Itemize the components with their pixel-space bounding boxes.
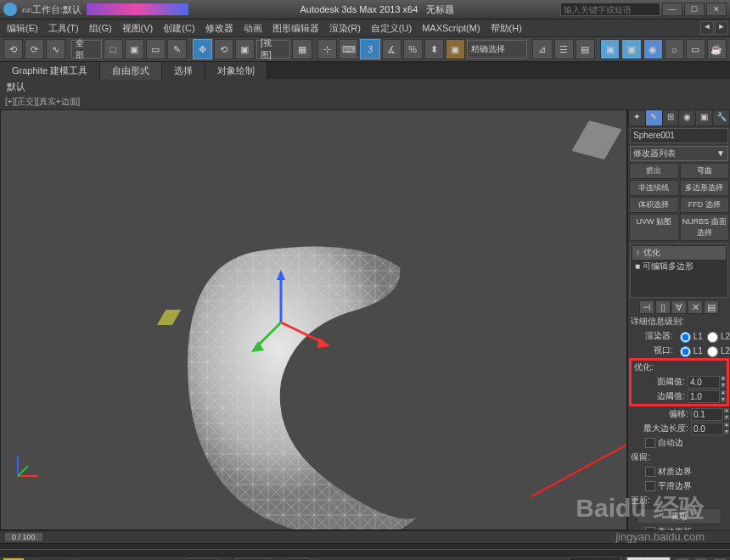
- bias-input[interactable]: 0.1: [691, 408, 723, 421]
- maximize-button[interactable]: ☐: [684, 3, 705, 16]
- selection-filter-dropdown[interactable]: 全部: [71, 40, 102, 59]
- track-bar[interactable]: [0, 543, 730, 556]
- mod-btn[interactable]: FFD 选择: [680, 197, 730, 213]
- mod-btn[interactable]: 非连续线: [629, 180, 679, 196]
- face-spinner[interactable]: ▲▼: [720, 375, 727, 389]
- bias-spinner[interactable]: ▲▼: [723, 407, 730, 421]
- config-icon[interactable]: ▤: [704, 300, 719, 314]
- snap-toggle[interactable]: 3: [360, 39, 379, 59]
- workspace-dropdown[interactable]: 默认: [63, 3, 81, 16]
- close-button[interactable]: ✕: [706, 3, 727, 16]
- menu-maxscript[interactable]: MAXScript(M): [417, 23, 485, 33]
- tab-freeform[interactable]: 自由形式: [100, 62, 162, 80]
- viewport-label[interactable]: [+][正交][真实+边面]: [0, 94, 730, 109]
- unique-icon[interactable]: ∀: [671, 300, 687, 314]
- maxedge-spinner[interactable]: ▲▼: [723, 422, 730, 435]
- view-l2-radio[interactable]: [707, 346, 718, 357]
- viewport[interactable]: [0, 109, 627, 530]
- mod-btn[interactable]: NURBS 曲面选择: [680, 214, 730, 241]
- preserve-head: 保留:: [628, 451, 730, 464]
- view-l1-radio[interactable]: [680, 346, 691, 357]
- pivot-icon[interactable]: ▦: [292, 39, 312, 59]
- mod-btn[interactable]: 体积选择: [629, 197, 679, 213]
- render-l2-radio[interactable]: [707, 332, 718, 343]
- minimize-button[interactable]: —: [662, 3, 682, 16]
- mod-btn[interactable]: 挤出: [629, 163, 679, 179]
- utilities-tab-icon[interactable]: 🔧: [713, 110, 729, 126]
- menu-modifiers[interactable]: 修改器: [200, 22, 239, 35]
- modifier-list-dropdown[interactable]: 修改器列表▼: [630, 146, 728, 161]
- time-slider[interactable]: 0 / 100: [0, 530, 730, 543]
- menu-group[interactable]: 组(G): [84, 22, 117, 35]
- select-name-icon[interactable]: ▣: [125, 39, 144, 59]
- remove-mod-icon[interactable]: ✕: [688, 300, 703, 314]
- selection-filter[interactable]: 选定对象: [626, 557, 671, 560]
- create-tab-icon[interactable]: ✦: [629, 110, 645, 126]
- align-icon[interactable]: ☰: [554, 39, 574, 59]
- render-l1-radio[interactable]: [680, 332, 691, 343]
- edge-threshold-input[interactable]: 1.0: [688, 390, 720, 403]
- menu-graph[interactable]: 图形编辑器: [267, 22, 324, 35]
- autokey-toggle[interactable]: 自动关键点: [569, 557, 621, 560]
- modify-tab-icon[interactable]: ✎: [646, 110, 662, 126]
- modifier-stack[interactable]: ♀ 优化 ■ 可编辑多边形: [630, 244, 728, 298]
- mirror-icon[interactable]: ⊿: [532, 39, 552, 59]
- display-tab-icon[interactable]: ▣: [696, 110, 712, 126]
- keyboard-icon[interactable]: ⌨: [339, 39, 358, 59]
- manual-update-checkbox[interactable]: [645, 527, 655, 530]
- tab-selection[interactable]: 选择: [162, 62, 205, 80]
- mod-btn[interactable]: 弯曲: [680, 163, 730, 179]
- curve-editor-icon[interactable]: ▣: [600, 39, 620, 59]
- bind-icon[interactable]: ∿: [46, 39, 65, 59]
- maxedge-input[interactable]: 0.0: [691, 423, 723, 435]
- unlink-icon[interactable]: ⟳: [25, 39, 44, 59]
- help-search-input[interactable]: [560, 3, 660, 16]
- tab-graphite[interactable]: Graphite 建模工具: [0, 62, 100, 80]
- move-tool[interactable]: ✥: [193, 39, 212, 59]
- menu-render[interactable]: 渲染(R): [324, 22, 366, 35]
- link-icon[interactable]: ⟲: [3, 39, 23, 59]
- render-frame-icon[interactable]: ▭: [686, 39, 705, 59]
- menu-tools[interactable]: 工具(T): [43, 22, 84, 35]
- layer-icon[interactable]: ▤: [576, 39, 595, 59]
- render-icon[interactable]: ☕: [707, 39, 727, 59]
- spinner-snap-icon[interactable]: ⬍: [424, 39, 444, 59]
- named-selection-dropdown[interactable]: 精确选择: [467, 40, 527, 59]
- menu-views[interactable]: 视图(V): [117, 22, 159, 35]
- mod-btn[interactable]: 多边形选择: [680, 180, 730, 196]
- rotate-tool[interactable]: ⟲: [214, 39, 233, 59]
- smooth-boundary-checkbox[interactable]: [645, 481, 655, 491]
- autoedge-checkbox[interactable]: [645, 438, 655, 448]
- nav-prev-icon[interactable]: ◄: [700, 21, 714, 35]
- menu-edit[interactable]: 编辑(E): [2, 22, 43, 35]
- update-button[interactable]: 更新: [637, 508, 722, 524]
- app-logo[interactable]: [3, 3, 17, 16]
- menu-help[interactable]: 帮助(H): [486, 22, 527, 35]
- select-rect-icon[interactable]: ▭: [146, 39, 166, 59]
- edit-named-icon[interactable]: ▣: [446, 39, 465, 59]
- face-threshold-input[interactable]: 4.0: [688, 376, 720, 389]
- menu-animation[interactable]: 动画: [239, 22, 267, 35]
- motion-tab-icon[interactable]: ◉: [679, 110, 695, 126]
- pin-stack-icon[interactable]: ⊣: [639, 300, 654, 314]
- angle-snap-icon[interactable]: ∡: [382, 39, 402, 59]
- object-name-field[interactable]: Sphere001: [630, 128, 728, 143]
- select-paint-icon[interactable]: ✎: [167, 39, 187, 59]
- menu-create[interactable]: 创建(C): [158, 22, 199, 35]
- material-editor-icon[interactable]: ◉: [643, 39, 663, 59]
- render-setup-icon[interactable]: ☼: [665, 39, 684, 59]
- tab-object-paint[interactable]: 对象绘制: [205, 62, 267, 80]
- scale-tool[interactable]: ▣: [235, 39, 255, 59]
- manipulate-icon[interactable]: ⊹: [317, 39, 337, 59]
- select-icon[interactable]: □: [104, 39, 123, 59]
- schematic-icon[interactable]: ▣: [621, 39, 641, 59]
- percent-snap-icon[interactable]: %: [403, 39, 423, 59]
- show-end-icon[interactable]: ▯: [655, 300, 671, 314]
- edge-spinner[interactable]: ▲▼: [720, 389, 727, 403]
- nav-next-icon[interactable]: ►: [715, 21, 728, 35]
- mod-btn[interactable]: UVW 贴图: [629, 214, 679, 241]
- hierarchy-tab-icon[interactable]: ⊞: [663, 110, 679, 126]
- mat-boundary-checkbox[interactable]: [645, 467, 655, 477]
- reference-coord-dropdown[interactable]: [视图]: [256, 40, 290, 59]
- menu-customize[interactable]: 自定义(U): [366, 22, 417, 35]
